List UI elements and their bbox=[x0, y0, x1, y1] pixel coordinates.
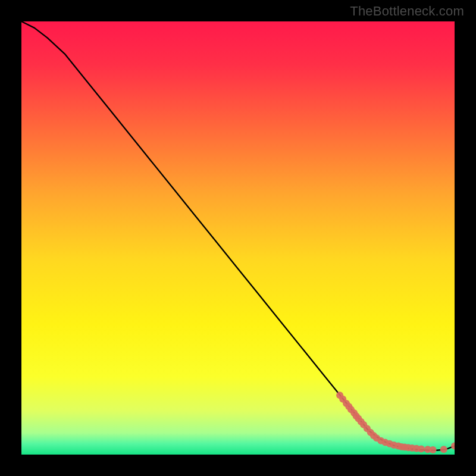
chart-stage: TheBottleneck.com bbox=[0, 0, 476, 476]
sample-point bbox=[430, 446, 437, 453]
sample-point bbox=[440, 446, 447, 453]
chart-svg bbox=[21, 21, 455, 455]
sample-point bbox=[418, 446, 425, 453]
gradient-background bbox=[21, 21, 455, 455]
watermark-label: TheBottleneck.com bbox=[350, 4, 464, 19]
plot-area bbox=[21, 21, 455, 455]
